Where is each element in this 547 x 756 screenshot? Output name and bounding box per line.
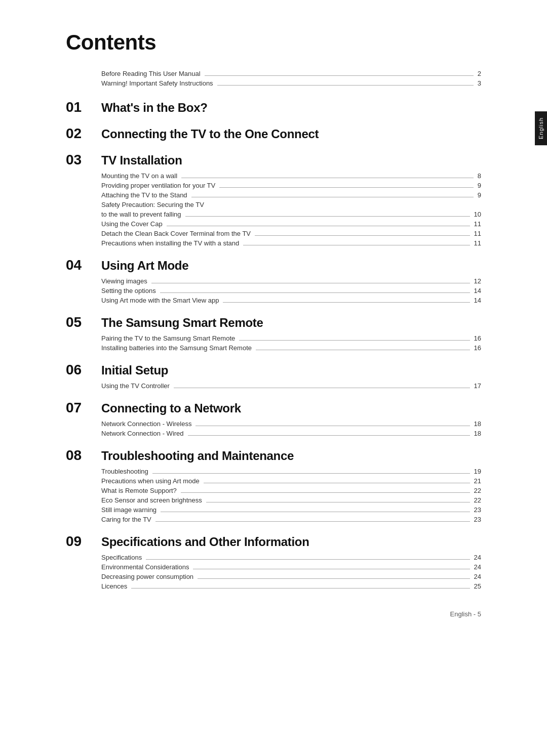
dots [239,340,470,341]
entry-label: Specifications [101,554,142,561]
dots [243,245,470,245]
page-num: 2 [478,70,481,77]
entry-label: Environmental Considerations [101,563,189,571]
toc-entry: Caring for the TV 23 [101,516,481,523]
section-09: 09Specifications and Other Information S… [66,533,481,590]
section-title: What's in the Box? [101,101,208,115]
toc-entry: Licences 25 [101,582,481,590]
entry-label: Licences [101,582,127,590]
language-label: English [538,117,544,139]
page-num: 24 [474,563,481,571]
intro-entry: Warning! Important Safety Instructions 3 [101,79,481,87]
toc-entry: Pairing the TV to the Samsung Smart Remo… [101,334,481,342]
section-header: 09Specifications and Other Information [66,533,481,550]
dots [161,512,470,512]
section-header: 08Troubleshooting and Maintenance [66,447,481,464]
section-title: Specifications and Other Information [101,535,309,549]
entry-label: Caring for the TV [101,516,151,523]
section-06: 06Initial Setup Using the TV Controller … [66,362,481,390]
toc-entry: Mounting the TV on a wall 8 [101,172,481,180]
page-num: 21 [474,477,481,485]
entry-label: Before Reading This User Manual [101,70,201,77]
page-num: 16 [474,344,481,352]
entry-label: to the wall to prevent falling [101,211,181,218]
page-num: 10 [474,211,481,218]
dots [223,302,470,303]
entry-label: Decreasing power consumption [101,573,193,580]
toc-entry: Network Connection - Wired 18 [101,430,481,437]
entry-label: Network Connection - Wireless [101,420,191,428]
section-num: 09 [66,533,101,550]
section-num: 03 [66,152,101,168]
dots [131,588,470,589]
entry-label: Viewing images [101,277,147,285]
dots [155,521,470,522]
language-tab: English [535,111,547,145]
section-02: 02Connecting the TV to the One Connect [66,125,481,142]
dots [160,292,470,293]
toc-entry: Still image warning 23 [101,506,481,514]
dots [146,559,470,560]
page-title: Contents [66,30,481,55]
page-num: 8 [478,172,481,180]
toc-entry: Network Connection - Wireless 18 [101,420,481,428]
entry-label: Precautions when using Art mode [101,477,200,485]
dots [196,426,470,426]
dots [181,492,470,493]
dots [185,216,470,217]
page-num: 11 [474,239,481,247]
toc-entry: Using the Cover Cap 11 [101,220,481,228]
page-num: 17 [474,382,481,390]
section-04: 04Using Art Mode Viewing images 12 Setti… [66,257,481,304]
section-entries: Network Connection - Wireless 18 Network… [66,420,481,437]
page-num: 9 [478,191,481,199]
dots [174,388,470,388]
page-num: 24 [474,554,481,561]
page-num: 11 [474,230,481,237]
entry-label: Installing batteries into the Samsung Sm… [101,344,252,352]
section-header: 05The Samsung Smart Remote [66,314,481,330]
section-num: 05 [66,314,101,330]
dots [167,226,470,226]
page-num: 9 [478,182,481,189]
section-num: 04 [66,257,101,273]
dots [204,483,470,483]
section-header: 02Connecting the TV to the One Connect [66,125,481,142]
entry-label: Setting the options [101,287,156,295]
page-num: 14 [474,287,481,295]
entry-label: Using Art mode with the Smart View app [101,297,219,304]
section-header: 07Connecting to a Network [66,400,481,416]
dots [152,473,470,474]
entry-label: Using the TV Controller [101,382,170,390]
section-entries: Troubleshooting 19 Precautions when usin… [66,468,481,523]
entry-label: Using the Cover Cap [101,220,163,228]
section-num: 02 [66,125,101,142]
page-container: English Contents Before Reading This Use… [0,0,547,658]
dots [193,569,470,569]
page-num: 22 [474,496,481,504]
section-07: 07Connecting to a Network Network Connec… [66,400,481,437]
toc-entry: Using the TV Controller 17 [101,382,481,390]
section-03: 03TV Installation Mounting the TV on a w… [66,152,481,247]
entry-label: Safety Precaution: Securing the TV [101,201,204,208]
dots [191,197,474,197]
entry-label: Warning! Important Safety Instructions [101,79,213,87]
intro-entry: Before Reading This User Manual 2 [101,70,481,77]
dots [205,75,474,76]
page-num: 23 [474,516,481,523]
page-num: 22 [474,487,481,494]
toc-entry: Using Art mode with the Smart View app 1… [101,297,481,304]
section-title: TV Installation [101,153,182,167]
toc-entry: Attaching the TV to the Stand 9 [101,191,481,199]
toc-entry: Specifications 24 [101,554,481,561]
page-num: 25 [474,582,481,590]
entry-label: What is Remote Support? [101,487,177,494]
toc-entry: Setting the options 14 [101,287,481,295]
section-num: 06 [66,362,101,378]
dots [181,178,474,178]
entry-label: Mounting the TV on a wall [101,172,177,180]
dots [219,187,474,188]
entry-label: Providing proper ventilation for your TV [101,182,215,189]
section-entries: Viewing images 12 Setting the options 14… [66,277,481,304]
entry-label: Precautions when installing the TV with … [101,239,239,247]
